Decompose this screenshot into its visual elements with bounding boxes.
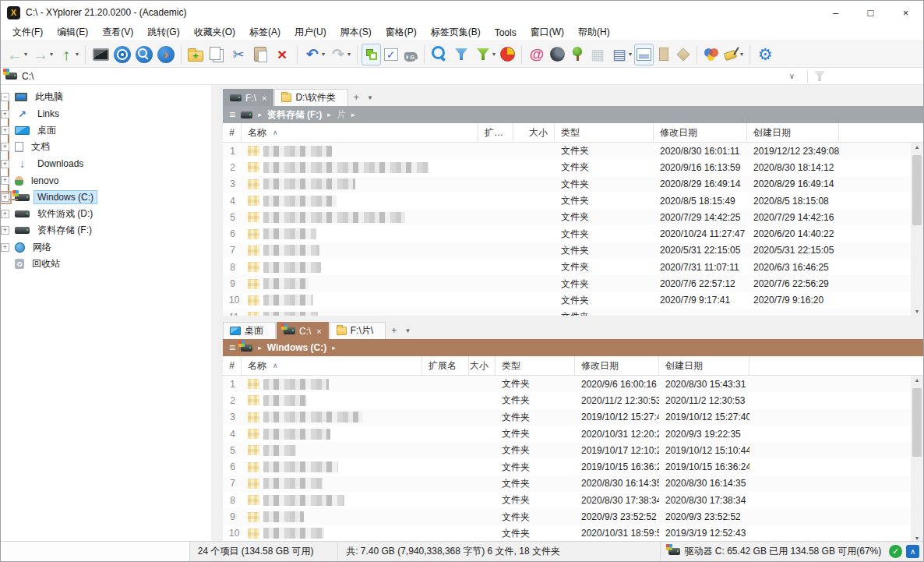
scroll-down-icon[interactable]: ▼ bbox=[915, 309, 920, 314]
hotlist-button[interactable]: @ bbox=[526, 44, 548, 65]
file-row[interactable]: 3 文件夹 2020/8/29 16:49:14 2020/8/29 16:49… bbox=[223, 176, 911, 193]
scrollbar-thumb[interactable] bbox=[912, 388, 922, 457]
highlight-folder-button[interactable]: ▾ bbox=[722, 44, 746, 65]
tree-expander[interactable]: + bbox=[1, 210, 9, 218]
menu-item[interactable]: Tools bbox=[488, 26, 524, 40]
tree-item-label[interactable]: 资料存储 (F:) bbox=[34, 222, 96, 239]
go-to-button[interactable]: › bbox=[155, 44, 177, 65]
file-row[interactable]: 5 文件夹 2019/10/17 12:10:29 2019/10/12 15:… bbox=[223, 442, 911, 458]
file-row[interactable]: 5 文件夹 2020/7/29 14:42:25 2020/7/29 14:42… bbox=[223, 209, 911, 225]
new-folder-button[interactable]: + bbox=[185, 44, 206, 65]
tree-item-label[interactable]: Downloads bbox=[34, 157, 87, 171]
address-input[interactable]: C:\ bbox=[22, 71, 34, 82]
new-tab-button[interactable]: + bbox=[386, 325, 401, 336]
tree-item-label[interactable]: 文档 bbox=[27, 139, 54, 155]
scrollbar-thumb[interactable] bbox=[912, 155, 922, 225]
tree-expander[interactable]: + bbox=[1, 126, 9, 135]
file-row[interactable]: 6 文件夹 2019/10/15 16:36:24 2019/10/15 16:… bbox=[223, 458, 911, 475]
copy-button[interactable] bbox=[206, 44, 227, 65]
tree-toggle-button[interactable] bbox=[361, 44, 381, 65]
tree-item[interactable]: ♻ 回收站 bbox=[1, 256, 211, 272]
scroll-up-icon[interactable]: ▲ bbox=[915, 377, 920, 383]
find-files-button[interactable] bbox=[428, 44, 450, 65]
tree-item[interactable]: + lenovo bbox=[1, 172, 211, 189]
column-header-created[interactable]: 创建日期 bbox=[747, 123, 839, 142]
toolbar-separator[interactable] bbox=[697, 45, 697, 64]
details-view-button[interactable]: ▤ ▾ bbox=[608, 44, 634, 65]
column-header-extension[interactable]: 扩… bbox=[478, 123, 513, 142]
tree-item-label[interactable]: Links bbox=[34, 107, 63, 121]
tree-item-label[interactable]: 回收站 bbox=[28, 256, 64, 272]
pane-tab[interactable]: C:\ × bbox=[277, 322, 329, 339]
dark-mode-button[interactable] bbox=[548, 44, 567, 65]
breadcrumb-segment[interactable]: 片 bbox=[337, 108, 346, 122]
dropdown-caret-icon[interactable]: ▾ bbox=[50, 51, 53, 58]
tree-item-label[interactable]: Windows (C:) bbox=[34, 190, 97, 204]
cut-button[interactable]: ✂ bbox=[227, 44, 249, 65]
close-button[interactable]: × bbox=[888, 1, 923, 24]
column-header-type[interactable]: 类型 bbox=[555, 123, 654, 142]
dropdown-caret-icon[interactable]: ▾ bbox=[740, 51, 743, 58]
tree-expander[interactable]: + bbox=[1, 143, 9, 151]
file-row[interactable]: 2 文件夹 2020/11/2 12:30:53 2020/11/2 12:30… bbox=[223, 392, 911, 408]
menu-item[interactable]: 标签页集(B) bbox=[424, 24, 488, 41]
tab-close-icon[interactable]: × bbox=[262, 94, 266, 103]
toolbar-separator[interactable] bbox=[181, 45, 182, 64]
scroll-down-icon[interactable]: ▼ bbox=[915, 535, 920, 541]
tree-item-label[interactable]: 桌面 bbox=[34, 122, 60, 139]
breadcrumb-segment[interactable]: 资料存储 (F:) bbox=[267, 108, 323, 122]
toolbar-separator[interactable] bbox=[424, 45, 425, 64]
mini-tree-button[interactable] bbox=[111, 44, 133, 65]
tree-item-label[interactable]: 此电脑 bbox=[31, 89, 67, 105]
tree-item[interactable]: + 网络 bbox=[1, 239, 211, 256]
tree-item[interactable]: − 此电脑 bbox=[1, 89, 211, 105]
dropdown-caret-icon[interactable]: ▾ bbox=[322, 51, 325, 58]
column-header-name[interactable]: 名称∧ bbox=[242, 356, 422, 375]
file-row[interactable]: 10 文件夹 2020/7/9 9:17:41 2020/7/9 9:16:20 bbox=[223, 292, 911, 309]
tree-item[interactable]: + 文档 bbox=[1, 139, 211, 155]
file-row[interactable]: 4 文件夹 2020/10/31 12:20:25 2020/9/3 19:22… bbox=[223, 426, 911, 442]
menu-item[interactable]: 编辑(E) bbox=[50, 24, 95, 41]
tree-expander[interactable]: + bbox=[1, 193, 9, 202]
visual-filter-button[interactable]: ▾ bbox=[472, 44, 498, 65]
show-desktop-button[interactable] bbox=[90, 44, 111, 65]
file-row[interactable]: 9 文件夹 2020/7/6 22:57:12 2020/7/6 22:56:2… bbox=[223, 275, 911, 292]
column-header-size[interactable]: 大小 bbox=[469, 356, 496, 375]
column-header-name[interactable]: 名称∧ bbox=[242, 123, 478, 142]
dropdown-caret-icon[interactable]: ▾ bbox=[76, 51, 79, 58]
show-tree-button[interactable] bbox=[567, 44, 587, 65]
tree-expander[interactable]: − bbox=[1, 93, 9, 101]
horizontal-panes-button[interactable] bbox=[634, 44, 654, 65]
checkbox-selection-button[interactable]: ✓ bbox=[381, 44, 400, 65]
tab-list-caret-icon[interactable]: ▾ bbox=[364, 94, 377, 101]
toolbar-separator[interactable] bbox=[521, 45, 522, 64]
menu-item[interactable]: 收藏夹(O) bbox=[187, 24, 242, 41]
breadcrumb-segment[interactable]: Windows (C:) bbox=[267, 342, 327, 353]
pane-tab[interactable]: F:\ × bbox=[223, 89, 273, 106]
hamburger-menu-icon[interactable]: ≡ bbox=[229, 108, 235, 121]
preview-pane-button[interactable] bbox=[654, 44, 673, 65]
maximize-button[interactable]: □ bbox=[853, 1, 888, 24]
menu-item[interactable]: 文件(F) bbox=[5, 24, 50, 41]
tree-item-label[interactable]: 软件游戏 (D:) bbox=[34, 206, 97, 222]
hamburger-menu-icon[interactable]: ≡ bbox=[229, 341, 235, 354]
pane-splitter[interactable] bbox=[223, 316, 923, 321]
menu-item[interactable]: 窗口(W) bbox=[524, 24, 571, 41]
statistics-button[interactable] bbox=[498, 44, 517, 65]
file-row[interactable]: 7 文件夹 2020/8/30 16:14:35 2020/8/30 16:14… bbox=[223, 475, 911, 492]
toolbar-separator[interactable] bbox=[85, 45, 86, 64]
tree-item-label[interactable]: lenovo bbox=[27, 174, 62, 188]
pane-tab[interactable]: D:\软件类 bbox=[274, 89, 347, 106]
menu-item[interactable]: 窗格(P) bbox=[379, 24, 424, 41]
tree-expander[interactable]: + bbox=[1, 176, 9, 185]
configuration-button[interactable]: ⚙ bbox=[754, 44, 776, 65]
tab-list-caret-icon[interactable]: ▾ bbox=[401, 327, 414, 334]
toolbar-separator[interactable] bbox=[357, 45, 358, 64]
file-row[interactable]: 8 文件夹 2020/7/31 11:07:11 2020/6/3 16:46:… bbox=[223, 259, 911, 275]
column-header-modified[interactable]: 修改日期 bbox=[654, 123, 747, 142]
address-dropdown-icon[interactable]: ∨ bbox=[783, 72, 801, 80]
top-scrollbar[interactable]: ▲ ▼ bbox=[911, 143, 923, 316]
column-header-created[interactable]: 创建日期 bbox=[659, 356, 749, 375]
tree-item[interactable]: + ↓ Downloads bbox=[1, 156, 211, 172]
back-button[interactable]: ← ▾ bbox=[4, 44, 30, 65]
